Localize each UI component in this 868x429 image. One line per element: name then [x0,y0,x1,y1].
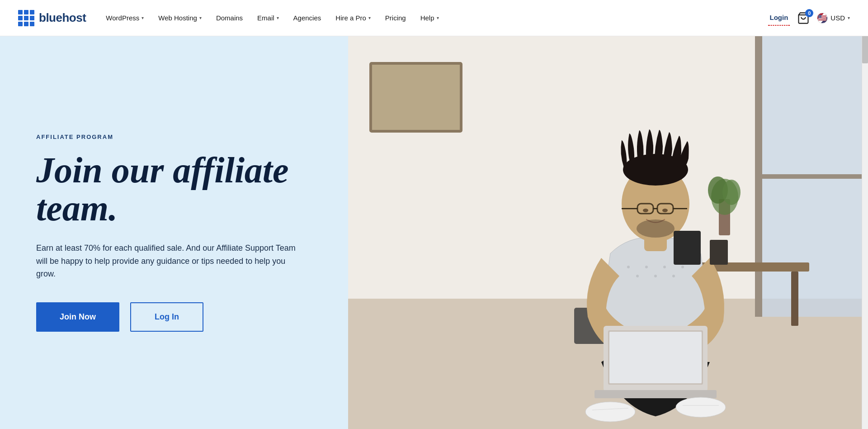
login-button[interactable]: Login [768,10,790,26]
svg-rect-33 [609,332,702,383]
scrollbar[interactable] [862,0,868,429]
navbar: bluehost WordPress ▾ Web Hosting ▾ Domai… [0,0,868,36]
nav-right: Login 0 🇺🇸 USD ▾ [768,10,850,26]
svg-rect-34 [594,390,717,398]
hero-photo-placeholder [348,36,868,429]
logo-grid-icon [18,10,34,26]
nav-label-pricing: Pricing [385,14,406,22]
svg-point-44 [722,180,741,205]
hero-description: Earn at least 70% for each qualified sal… [36,242,298,281]
logo-link[interactable]: bluehost [18,10,86,26]
hero-image [348,36,868,429]
svg-point-30 [637,219,675,238]
nav-label-webhosting: Web Hosting [158,14,197,22]
chevron-down-icon: ▾ [277,15,279,20]
cart-button[interactable]: 0 [797,12,810,24]
svg-point-19 [681,266,684,268]
chevron-down-icon: ▾ [848,15,850,20]
join-now-button[interactable]: Join Now [36,302,119,332]
currency-selector[interactable]: 🇺🇸 USD ▾ [817,13,850,24]
nav-label-domains: Domains [216,14,243,22]
svg-point-16 [654,275,657,277]
nav-label-email: Email [257,14,274,22]
nav-menu: WordPress ▾ Web Hosting ▾ Domains Email … [99,10,768,26]
svg-point-13 [627,266,630,268]
hero-label: AFFILIATE PROGRAM [36,133,312,140]
svg-point-14 [636,275,639,277]
chevron-down-icon: ▾ [142,15,144,20]
nav-item-wordpress[interactable]: WordPress ▾ [99,10,150,26]
svg-point-35 [585,402,635,422]
svg-rect-10 [791,272,798,326]
svg-point-29 [662,209,668,212]
logo-text: bluehost [39,11,86,25]
nav-label-hire-a-pro: Hire a Pro [335,14,366,22]
chevron-down-icon: ▾ [199,15,202,20]
hero-section: AFFILIATE PROGRAM Join our affiliate tea… [0,36,868,429]
svg-point-36 [676,397,726,417]
nav-item-webhosting[interactable]: Web Hosting ▾ [152,10,208,26]
hero-title: Join our affiliate team. [36,151,312,227]
chevron-down-icon: ▾ [368,15,371,20]
hero-photo-svg [348,36,868,429]
nav-label-help: Help [420,14,434,22]
hero-buttons: Join Now Log In [36,302,312,332]
currency-label: USD [830,14,845,22]
svg-rect-7 [371,63,461,131]
nav-label-wordpress: WordPress [106,14,139,22]
nav-label-agencies: Agencies [293,14,321,22]
cart-count-badge: 0 [805,9,813,17]
nav-item-hire-a-pro[interactable]: Hire a Pro ▾ [329,10,377,26]
chevron-down-icon: ▾ [437,15,439,20]
nav-item-agencies[interactable]: Agencies [287,10,328,26]
nav-item-domains[interactable]: Domains [210,10,249,26]
svg-point-17 [663,266,666,268]
nav-item-pricing[interactable]: Pricing [379,10,412,26]
svg-point-28 [643,209,648,212]
nav-item-email[interactable]: Email ▾ [251,10,285,26]
svg-rect-39 [674,231,701,265]
hero-content: AFFILIATE PROGRAM Join our affiliate tea… [0,36,348,429]
svg-point-18 [672,275,675,277]
flag-icon: 🇺🇸 [817,13,828,24]
log-in-button[interactable]: Log In [130,302,203,332]
nav-item-help[interactable]: Help ▾ [414,10,445,26]
svg-point-15 [645,266,648,268]
svg-rect-40 [710,240,728,265]
